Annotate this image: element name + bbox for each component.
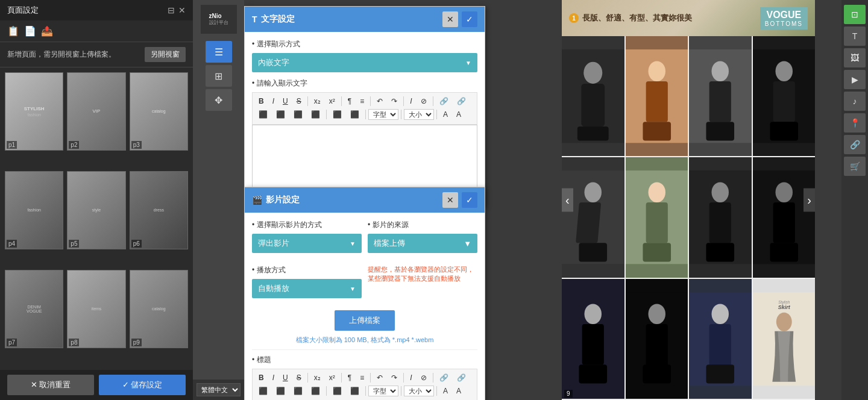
collage-cell-2 [626, 36, 688, 156]
upload-file-button[interactable]: 上傳檔案 [335, 310, 395, 331]
font-family-select[interactable]: 字型 [368, 109, 398, 120]
v-superscript-button[interactable]: x² [326, 372, 339, 384]
v-subscript-button[interactable]: x₂ [310, 372, 324, 384]
page-thumb-2[interactable]: VIP p2 [67, 72, 125, 151]
align-justify-button[interactable]: ⬛ [307, 108, 324, 120]
v-italic-button[interactable]: I [269, 372, 278, 384]
display-mode-dropdown[interactable]: 內嵌文字 ▼ [252, 53, 477, 72]
page-label-2: p2 [69, 141, 79, 149]
open-window-button[interactable]: 另開視窗 [145, 47, 186, 62]
svg-rect-42 [709, 324, 731, 367]
v-font-color[interactable]: A [439, 385, 451, 397]
right-selection-tool[interactable]: ⊡ [844, 5, 866, 24]
v-undo[interactable]: ↶ [373, 372, 386, 384]
italic-alt-button[interactable]: I [406, 95, 415, 107]
page-icon[interactable]: 📋 [7, 25, 19, 37]
page-thumb-6[interactable]: dress p6 [130, 171, 188, 249]
indent-left-button[interactable]: ⬛ [329, 108, 345, 120]
right-link-tool[interactable]: 🔗 [844, 135, 866, 154]
page-thumb-3[interactable]: catalog p3 [130, 72, 188, 151]
v-align-justify[interactable]: ⬛ [307, 385, 324, 397]
svg-rect-3 [577, 127, 609, 140]
svg-rect-14 [773, 81, 794, 122]
v-redo[interactable]: ↷ [388, 372, 401, 384]
dropdown-arrow-icon-3: ▼ [464, 239, 471, 248]
next-page-button[interactable]: › [804, 189, 815, 212]
undo-button[interactable]: ↶ [373, 95, 386, 107]
v-format-1[interactable]: ¶ [344, 372, 355, 384]
underline-button[interactable]: U [279, 95, 292, 107]
frame-tool[interactable]: ⊞ [206, 65, 232, 87]
right-location-tool[interactable]: 📍 [844, 113, 866, 133]
v-strikethrough-button[interactable]: S [293, 372, 305, 384]
page-thumb-4[interactable]: fashion p4 [5, 171, 63, 249]
page-thumb-5[interactable]: style p5 [67, 171, 125, 249]
redo-button[interactable]: ↷ [388, 95, 401, 107]
cancel-reset-button[interactable]: ✕ 取消重置 [7, 375, 94, 395]
minimize-icon[interactable]: ⊟ [168, 5, 175, 15]
bold-button[interactable]: B [255, 95, 268, 107]
close-icon[interactable]: ✕ [178, 5, 186, 15]
language-select[interactable]: 繁體中文 [197, 383, 241, 396]
v-font-size[interactable]: 大小 [404, 386, 434, 396]
font-size-select[interactable]: 大小 [404, 109, 434, 120]
v-clear[interactable]: ⊘ [417, 372, 430, 384]
subscript-button[interactable]: x₂ [310, 95, 324, 107]
language-selector-container: 繁體中文 [193, 380, 244, 400]
v-font-family[interactable]: 字型 [368, 386, 398, 396]
align-left-button[interactable]: ⬛ [255, 108, 271, 120]
prev-page-button[interactable]: ‹ [562, 189, 573, 212]
v-align-center[interactable]: ⬛ [272, 385, 289, 397]
superscript-button[interactable]: x² [326, 95, 339, 107]
format-btn-1[interactable]: ¶ [344, 95, 355, 107]
v-highlight[interactable]: A [453, 385, 465, 397]
right-music-tool[interactable]: ♪ [844, 92, 866, 111]
video-toolbar-row-1: B I U S x₂ x² ¶ ≡ ↶ ↷ I ⊘ [255, 372, 474, 384]
font-color-button[interactable]: A [439, 108, 451, 120]
text-dialog-confirm[interactable]: ✓ [462, 11, 477, 27]
text-dialog-close[interactable]: ✕ [442, 11, 458, 27]
copy-icon[interactable]: 📄 [24, 25, 36, 37]
svg-rect-18 [576, 202, 601, 243]
format-btn-2[interactable]: ≡ [356, 95, 368, 107]
page-label-3: p3 [131, 141, 142, 149]
v-indent-left[interactable]: ⬛ [329, 385, 345, 397]
v-format-2[interactable]: ≡ [356, 372, 368, 384]
playback-dropdown[interactable]: 自動播放 ▼ [252, 279, 362, 298]
video-dialog-confirm[interactable]: ✓ [462, 192, 477, 208]
video-dialog-close[interactable]: ✕ [442, 192, 458, 208]
source-dropdown[interactable]: 檔案上傳 ▼ [368, 234, 477, 253]
move-tool[interactable]: ✥ [206, 89, 232, 111]
right-video-tool[interactable]: ▶ [844, 70, 866, 89]
save-settings-button[interactable]: ✓ 儲存設定 [99, 375, 186, 395]
right-cart-tool[interactable]: 🛒 [844, 157, 866, 176]
text-input-area[interactable] [252, 125, 477, 197]
right-text-tool[interactable]: T [844, 27, 866, 46]
v-indent-right[interactable]: ⬛ [347, 385, 363, 397]
v-link[interactable]: 🔗 [436, 372, 452, 384]
page-thumb-1[interactable]: STYLISH fashion p1 [5, 72, 63, 151]
v-align-left[interactable]: ⬛ [255, 385, 271, 397]
align-center-button[interactable]: ⬛ [272, 108, 289, 120]
right-image-tool[interactable]: 🖼 [844, 48, 866, 67]
video-display-label: 選擇顯示影片的方式 [252, 220, 362, 230]
v-italic-alt[interactable]: I [406, 372, 415, 384]
page-thumb-8[interactable]: items p8 [67, 270, 125, 348]
link-remove-button[interactable]: 🔗 [453, 95, 470, 107]
italic-button[interactable]: I [269, 95, 278, 107]
list-view-tool[interactable]: ☰ [206, 41, 232, 63]
upload-icon[interactable]: 📤 [41, 25, 53, 37]
highlight-button[interactable]: A [453, 108, 465, 120]
page-thumb-9[interactable]: catalog p9 [130, 270, 188, 348]
video-display-dropdown[interactable]: 彈出影片 ▼ [252, 234, 362, 253]
page-thumb-7[interactable]: DENIMVOGUE p7 [5, 270, 63, 348]
v-align-right[interactable]: ⬛ [290, 385, 306, 397]
strikethrough-button[interactable]: S [293, 95, 305, 107]
v-underline-button[interactable]: U [279, 372, 292, 384]
link-button[interactable]: 🔗 [436, 95, 452, 107]
indent-right-button[interactable]: ⬛ [347, 108, 363, 120]
align-right-button[interactable]: ⬛ [290, 108, 306, 120]
format-clear-button[interactable]: ⊘ [417, 95, 430, 107]
v-unlink[interactable]: 🔗 [453, 372, 470, 384]
v-bold-button[interactable]: B [255, 372, 268, 384]
